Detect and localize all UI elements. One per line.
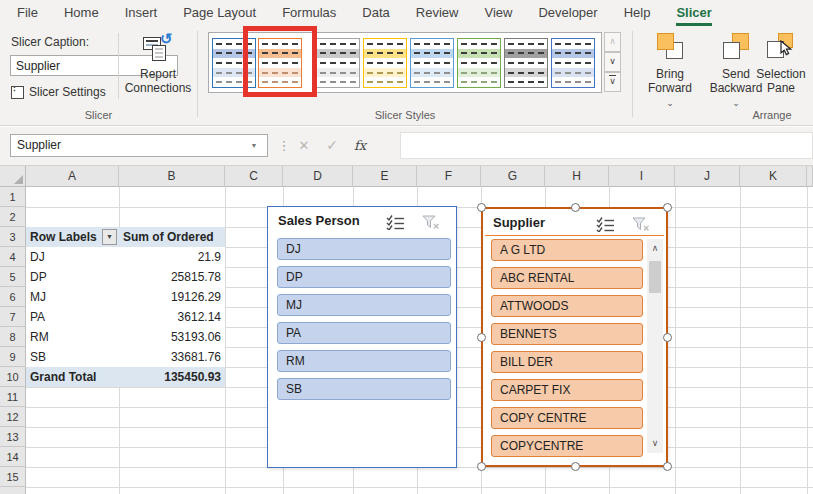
pivot-row-value: 25815.78 [119,267,225,287]
tab-page-layout[interactable]: Page Layout [170,0,269,27]
tab-developer[interactable]: Developer [525,0,610,27]
multi-select-icon[interactable] [596,217,618,234]
tab-review[interactable]: Review [403,0,472,27]
row-header-2[interactable]: 2 [0,207,26,227]
tab-view[interactable]: View [471,0,525,27]
tab-help[interactable]: Help [611,0,664,27]
slicer-title: Sales Person [278,213,360,228]
tab-insert[interactable]: Insert [112,0,171,27]
scroll-thumb[interactable] [649,261,661,293]
slicer-item-rm[interactable]: RM [277,350,451,372]
multi-select-icon[interactable] [386,215,408,232]
slicer-item-attwoods[interactable]: ATTWOODS [491,295,643,317]
gallery-more-icon[interactable]: ∨ [604,72,621,92]
slicer-style-thumb-light-blue-2[interactable] [410,38,454,88]
name-box[interactable]: Supplier ▼ [10,134,268,157]
slicer-item-dp[interactable]: DP [277,266,451,288]
clear-filter-icon[interactable] [632,217,654,234]
row-labels-dropdown-icon[interactable]: ▼ [102,229,117,245]
select-all-corner[interactable] [0,166,26,187]
function-icon[interactable]: fx [348,134,372,157]
slicer-item-copy-centre[interactable]: COPY CENTRE [491,407,643,429]
row-header-11[interactable]: 11 [0,387,26,407]
row-header-16[interactable] [0,487,26,494]
row-header-1[interactable]: 1 [0,187,26,207]
slicer-scrollbar[interactable]: ∧∨ [647,239,663,453]
tab-home[interactable]: Home [51,0,112,27]
gallery-scroll-up-icon[interactable]: ∧ [604,32,621,52]
selection-pane-icon [765,32,797,64]
clear-filter-icon[interactable] [422,215,444,232]
slicer-item-carpet-fix[interactable]: CARPET FIX [491,379,643,401]
column-header-B[interactable]: B [119,166,225,187]
row-header-8[interactable]: 8 [0,327,26,347]
slicer-item-bennets[interactable]: BENNETS [491,323,643,345]
column-header-I[interactable]: I [609,166,675,187]
row-header-9[interactable]: 9 [0,347,26,367]
selection-handle[interactable] [663,203,672,212]
selection-handle[interactable] [477,203,486,212]
column-header-F[interactable]: F [417,166,481,187]
slicer-sales-person[interactable]: Sales PersonDJDPMJPARMSB [267,206,457,468]
slicer-item-sb[interactable]: SB [277,378,451,400]
slicer-style-thumb-light-green[interactable] [457,38,501,88]
slicer-style-thumb-light-yellow[interactable] [363,38,407,88]
slicer-item-dj[interactable]: DJ [277,238,451,260]
bring-forward-button[interactable]: BringForward ⌄ [636,31,704,121]
gallery-scroll-down-icon[interactable]: ∨ [604,52,621,72]
column-header-D[interactable]: D [283,166,353,187]
tab-file[interactable]: File [4,0,51,27]
row-header-6[interactable]: 6 [0,287,26,307]
row-header-13[interactable]: 13 [0,427,26,447]
scroll-up-icon[interactable]: ∧ [647,239,663,258]
row-header-4[interactable]: 4 [0,247,26,267]
row-header-14[interactable]: 14 [0,447,26,467]
selection-handle[interactable] [477,333,486,342]
row-header-5[interactable]: 5 [0,267,26,287]
column-header-C[interactable]: C [225,166,283,187]
enter-icon[interactable]: ✓ [320,134,344,157]
row-header-15[interactable]: 15 [0,467,26,487]
formula-input[interactable] [400,132,813,159]
column-header-E[interactable]: E [353,166,417,187]
slicer-style-thumb-light-gray[interactable] [316,38,360,88]
slicer-style-thumb-dark-gray[interactable] [504,38,548,88]
tab-formulas[interactable]: Formulas [269,0,349,27]
selection-handle[interactable] [571,462,580,471]
name-box-dropdown-icon[interactable]: ▼ [246,135,262,156]
row-header-7[interactable]: 7 [0,307,26,327]
slicer-caption-label: Slicer Caption: [11,35,89,49]
slicer-settings-button[interactable]: Slicer Settings [8,82,109,102]
selection-pane-button[interactable]: SelectionPane [750,31,812,121]
column-header-G[interactable]: G [481,166,545,187]
row-header-10[interactable]: 10 [0,367,26,387]
slicer-item-a-g-ltd[interactable]: A G LTD [491,239,643,261]
slicer-style-thumb-blue[interactable] [551,38,595,88]
slicer-item-bill-der[interactable]: BILL DER [491,351,643,373]
ribbon: Slicer Caption: Slicer Settings ↻ Report… [0,27,813,126]
row-header-12[interactable]: 12 [0,407,26,427]
column-header-H[interactable]: H [545,166,609,187]
slicer-item-mj[interactable]: MJ [277,294,451,316]
cancel-icon[interactable]: ✕ [292,134,316,157]
selection-handle[interactable] [663,333,672,342]
column-header-K[interactable]: K [740,166,807,187]
pivot-row-value: 3612.14 [119,307,225,327]
column-header-A[interactable]: A [26,166,119,187]
tab-slicer[interactable]: Slicer [663,0,724,27]
arrange-label-2: Pane [750,81,812,95]
report-connections-button[interactable]: ↻ Report Connections [120,31,196,119]
pivot-row-value: 21.9 [119,247,225,267]
selection-handle[interactable] [477,462,486,471]
slicer-item-copycentre[interactable]: COPYCENTRE [491,435,643,457]
scroll-down-icon[interactable]: ∨ [647,434,663,453]
slicer-item-abc-rental[interactable]: ABC RENTAL [491,267,643,289]
selection-handle[interactable] [571,203,580,212]
ribbon-tab-bar: FileHomeInsertPage LayoutFormulasDataRev… [0,0,813,27]
column-header-J[interactable]: J [675,166,740,187]
tab-data[interactable]: Data [349,0,402,27]
slicer-item-pa[interactable]: PA [277,322,451,344]
selection-handle[interactable] [663,462,672,471]
slicer-supplier[interactable]: SupplierA G LTDABC RENTALATTWOODSBENNETS… [481,207,668,467]
row-header-3[interactable]: 3 [0,227,26,247]
